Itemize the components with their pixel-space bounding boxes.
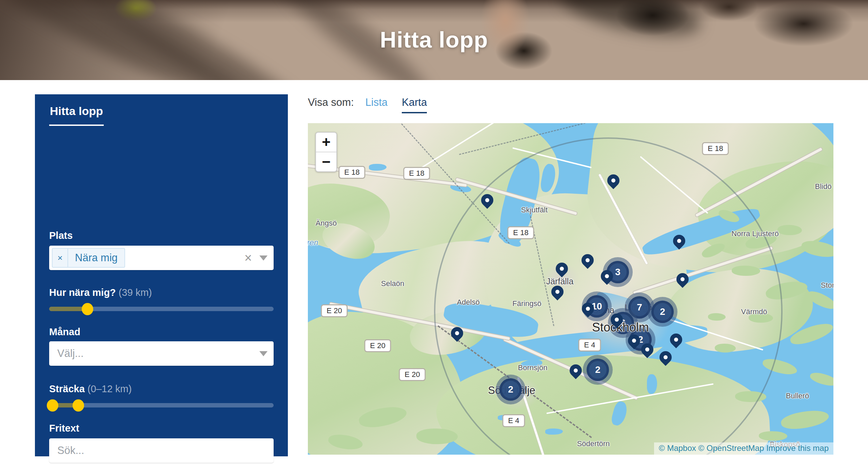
map-pin[interactable] bbox=[582, 303, 594, 315]
view-switch-label: Visa som: bbox=[308, 96, 354, 109]
map-pin[interactable] bbox=[641, 343, 653, 356]
chevron-down-icon[interactable] bbox=[259, 255, 268, 261]
map-island bbox=[416, 429, 458, 444]
zoom-out-button[interactable]: − bbox=[316, 152, 336, 171]
clear-icon[interactable]: × bbox=[244, 251, 252, 264]
map-road-shield: E 18 bbox=[702, 142, 729, 155]
fritext-label: Fritext bbox=[49, 423, 274, 434]
map-pin[interactable] bbox=[601, 270, 613, 282]
map-place-label: Adelsö bbox=[457, 298, 479, 307]
filter-panel: Hitta lopp Plats × Nära mig × Hur nära m… bbox=[35, 94, 288, 456]
map-place-label: Värmdö bbox=[741, 307, 767, 316]
map-place-label: Färingsö bbox=[512, 299, 541, 308]
map-pin[interactable] bbox=[551, 286, 564, 298]
slider-handle-low[interactable] bbox=[47, 399, 58, 412]
stretch-slider[interactable] bbox=[49, 399, 274, 411]
map-island bbox=[780, 407, 830, 432]
plats-select[interactable]: × Nära mig × bbox=[49, 246, 274, 270]
plats-label: Plats bbox=[49, 230, 274, 241]
map-zoom-control: + − bbox=[315, 132, 337, 172]
map-canvas[interactable]: ÄngsöSkjutfältSelaönAdelsöFäringsöJärfäl… bbox=[308, 123, 833, 455]
stretch-value: (0–12 km) bbox=[87, 383, 132, 394]
map-pin[interactable] bbox=[659, 351, 672, 363]
map-road-shield: E 20 bbox=[399, 368, 426, 381]
view-switch: Visa som: Lista Karta bbox=[308, 96, 441, 113]
map-place-label: Ängsö bbox=[316, 219, 337, 228]
plats-tag-label: Nära mig bbox=[68, 249, 124, 267]
map-place-label: Järfälla bbox=[546, 277, 574, 286]
map-island bbox=[759, 431, 787, 441]
slider-handle-high[interactable] bbox=[73, 399, 84, 412]
map-place-label: Stor bbox=[821, 281, 833, 290]
map-place-label: Bornsjön bbox=[518, 363, 548, 372]
distance-label: Hur nära mig? (39 km) bbox=[49, 287, 274, 298]
map-place-label: Selaön bbox=[381, 279, 405, 288]
slider-handle[interactable] bbox=[82, 303, 93, 315]
map-place-label: Bullerö bbox=[786, 392, 809, 400]
month-placeholder: Välj... bbox=[57, 347, 84, 360]
fritext-input[interactable]: Sök... bbox=[49, 438, 274, 463]
tag-remove-icon[interactable]: × bbox=[53, 249, 68, 267]
fritext-placeholder: Sök... bbox=[57, 444, 84, 457]
month-label: Månad bbox=[49, 326, 274, 338]
map-pin[interactable] bbox=[481, 194, 493, 206]
tab-karta[interactable]: Karta bbox=[402, 96, 427, 113]
map-pin[interactable] bbox=[676, 273, 689, 285]
distance-value: (39 km) bbox=[119, 287, 152, 298]
map-road-shield: E 4 bbox=[502, 414, 525, 427]
stretch-label: Sträcka (0–12 km) bbox=[49, 383, 274, 395]
map-pin[interactable] bbox=[607, 174, 619, 187]
hero-banner: Hitta lopp bbox=[0, 0, 868, 80]
map-place-label: ren bbox=[308, 238, 318, 247]
tab-lista[interactable]: Lista bbox=[366, 96, 388, 112]
map-road-shield: E 20 bbox=[321, 304, 348, 317]
page-title: Hitta lopp bbox=[0, 26, 868, 53]
map-pin[interactable] bbox=[673, 235, 685, 247]
map-cluster-marker[interactable]: 2 bbox=[648, 297, 677, 327]
map-pin[interactable] bbox=[581, 254, 594, 266]
map-pin[interactable] bbox=[670, 334, 682, 346]
panel-heading: Hitta lopp bbox=[49, 104, 274, 126]
map-attribution[interactable]: © Mapbox © OpenStreetMap Improve this ma… bbox=[654, 442, 833, 455]
plats-tag: × Nära mig bbox=[52, 248, 125, 268]
map-pin[interactable] bbox=[451, 327, 463, 339]
map-place-label: Blidö bbox=[815, 182, 832, 191]
map-place-label: Norra Ljusterö bbox=[731, 229, 778, 238]
map-island bbox=[800, 239, 833, 259]
chevron-down-icon[interactable] bbox=[259, 351, 268, 356]
map-road-shield: E 18 bbox=[507, 226, 534, 239]
map-pin[interactable] bbox=[570, 364, 582, 377]
map-island bbox=[809, 371, 833, 388]
map-place-label: Södertörn bbox=[577, 439, 610, 448]
map-island bbox=[777, 225, 802, 235]
map-pin[interactable] bbox=[611, 314, 623, 326]
map-road-shield: E 18 bbox=[403, 167, 430, 180]
map-road-shield: E 4 bbox=[578, 339, 601, 352]
map-road-shield: E 20 bbox=[364, 339, 391, 352]
distance-slider[interactable] bbox=[49, 303, 274, 315]
map-cluster-marker[interactable]: 2 bbox=[583, 355, 613, 385]
month-select[interactable]: Välj... bbox=[49, 341, 274, 366]
map-pin[interactable] bbox=[628, 335, 640, 347]
map-road-shield: E 18 bbox=[338, 166, 365, 179]
zoom-in-button[interactable]: + bbox=[316, 133, 336, 152]
map-cluster-marker[interactable]: 2 bbox=[496, 375, 526, 404]
map-place-label: Skjutfält bbox=[521, 206, 548, 214]
map-pin[interactable] bbox=[556, 263, 568, 275]
